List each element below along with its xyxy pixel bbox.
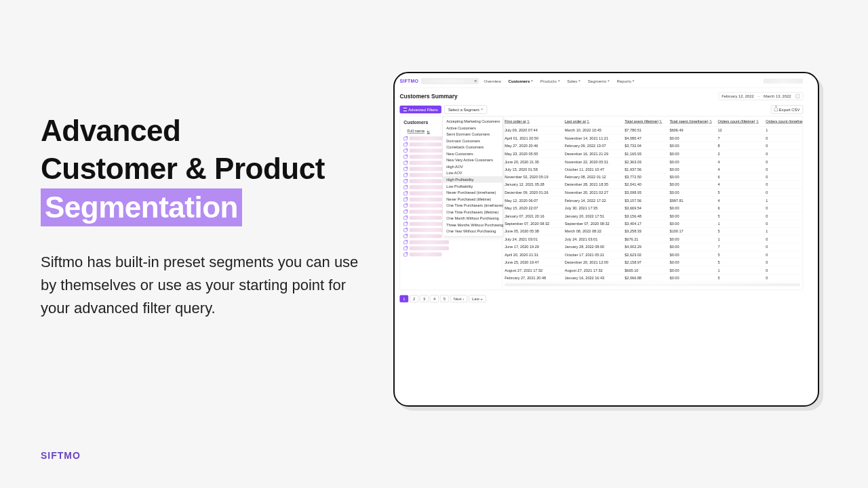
table-row[interactable]: June 17, 2020 19:29January 28, 2022 08:0… [502,243,803,250]
table-row[interactable]: June 05, 2020 05:38March 08, 2022 08:22$… [502,227,803,235]
table-row[interactable]: July 24, 2021 03:01July 24, 2021 03:01$6… [502,235,803,243]
nav-products[interactable]: Products [538,78,562,83]
table-row[interactable]: May 23, 2020 05:55December 16, 2021 21:2… [502,150,803,157]
caret-down-icon [608,81,610,82]
horizontal-scrollbar[interactable] [505,283,800,286]
table-row[interactable]: July 09, 2020 07:44March 10, 2022 10:45$… [502,127,803,134]
segment-option[interactable]: New Very Active Customers [443,157,502,163]
table-row[interactable]: April 01, 2021 20:50November 14, 2021 11… [502,134,803,142]
external-link-icon[interactable] [403,204,407,207]
table-row[interactable]: September 07, 2020 08:32September 07, 20… [502,220,803,227]
external-link-icon[interactable] [403,174,407,177]
advanced-filters-button[interactable]: Advanced Filters [399,106,441,114]
caret-down-icon [474,80,477,82]
external-link-icon[interactable] [403,198,407,201]
segment-option[interactable]: One Time Purchasers (lifetime) [443,209,502,216]
page-last[interactable]: Last » [469,295,486,302]
gear-icon[interactable] [795,94,800,98]
marketing-body: Siftmo has built-in preset segments you … [41,251,366,320]
col-total-spent-lifetime[interactable]: Total spent (lifetime)⇅ [623,117,667,127]
table-row[interactable]: August 27, 2021 17:32August 27, 2021 17:… [502,266,803,274]
col-total-spent-timeframe[interactable]: Total spent (timeframe)⇅ [667,117,715,127]
customer-name-redacted [410,240,449,244]
segment-option[interactable]: Never Purchased (timeframe) [443,189,502,196]
date-range-picker[interactable]: February 12, 2022 → March 13, 2022 [718,92,803,100]
store-switcher[interactable] [421,78,479,83]
select-segment-dropdown[interactable]: Select a Segment [444,105,487,114]
col-first-order[interactable]: First order at⇅ [502,117,563,127]
segment-option[interactable]: Three Months Without Purchasing [443,222,502,228]
external-link-icon[interactable] [403,167,407,171]
page-next[interactable]: Next › [450,295,467,302]
table-row[interactable]: December 09, 2020 01:26November 20, 2021… [502,188,803,196]
col-last-order[interactable]: Last order at⇅ [563,117,623,127]
segment-option[interactable]: Never Purchased (lifetime) [443,196,502,203]
table-row-name[interactable] [400,245,502,251]
external-link-icon[interactable] [403,149,407,152]
user-menu[interactable] [764,79,803,83]
external-link-icon[interactable] [403,216,407,220]
table-row[interactable]: January 12, 2021 05:28December 28, 2021 … [502,181,803,188]
segment-option[interactable]: New Customers [443,150,502,157]
page-2[interactable]: 2 [410,295,418,302]
segment-option[interactable]: Comeback Customers [443,144,502,150]
nav-sales[interactable]: Sales [565,78,583,83]
nav-overview[interactable]: Overview [481,78,503,83]
table-row[interactable]: May 12, 2020 06:07February 14, 2022 17:2… [502,197,803,204]
app-logo: SIFTMO [399,79,418,84]
page-1[interactable]: 1 [399,295,408,302]
external-link-icon[interactable] [403,228,407,232]
table-row[interactable]: February 27, 2021 20:48January 16, 2022 … [502,274,803,281]
segment-option[interactable]: Low AOV [443,170,502,177]
external-link-icon[interactable] [403,192,407,195]
caret-down-icon [481,108,483,110]
export-csv-button[interactable]: Export CSV [771,105,803,114]
segment-option[interactable]: One Time Purchasers (timeframe) [443,202,502,209]
pagination: 12345Next ›Last » [399,290,803,302]
external-link-icon[interactable] [403,137,407,140]
table-row[interactable]: May 27, 2020 20:46February 09, 2022 13:0… [502,142,803,150]
page-4[interactable]: 4 [430,295,439,302]
table-row[interactable]: May 15, 2020 22:07July 30, 2021 17:35$3,… [502,204,803,211]
caret-down-icon [557,81,559,82]
col-orders-timeframe[interactable]: Orders count (timeframe)⇅ [764,117,803,127]
segment-option[interactable]: Accepting Marketing Customers [443,118,502,125]
external-link-icon[interactable] [403,253,407,256]
segment-option[interactable]: Active Customers [443,125,502,131]
page-5[interactable]: 5 [440,295,449,302]
external-link-icon[interactable] [403,161,407,165]
external-link-icon[interactable] [403,155,407,159]
external-link-icon[interactable] [403,241,407,244]
nav-customers[interactable]: Customers [506,78,535,83]
nav-reports[interactable]: Reports [614,78,636,83]
external-link-icon[interactable] [403,210,407,214]
table-row-name[interactable] [400,251,502,258]
external-link-icon[interactable] [403,143,407,146]
arrow-right-icon: → [757,94,761,98]
table-row[interactable]: April 20, 2020 21:31October 17, 2021 05:… [502,251,803,258]
table-row[interactable]: January 07, 2021 20:16January 20, 2022 1… [502,212,803,220]
table-row[interactable]: November 02, 2020 05:19February 08, 2022… [502,173,803,180]
external-link-icon[interactable] [403,180,407,183]
col-orders-lifetime[interactable]: Orders count (lifetime)⇅ [715,117,764,127]
table-row[interactable]: June 25, 2020 19:47December 20, 2021 12:… [502,258,803,266]
segment-option[interactable]: One Year Without Purchasing [443,228,502,235]
external-link-icon[interactable] [403,186,407,189]
segment-option[interactable]: Low Profitability [443,183,502,190]
segment-dropdown-menu[interactable]: Accepting Marketing CustomersActive Cust… [442,117,502,237]
segment-option[interactable]: One Month Without Purchasing [443,215,502,222]
page-3[interactable]: 3 [420,295,429,302]
nav-segments[interactable]: Segments [586,78,612,83]
headline-highlight: Segmentation [41,188,242,226]
segment-option[interactable]: High AOV [443,163,502,170]
customer-name-redacted [410,179,442,183]
table-row[interactable]: June 20, 2020 21:35November 22, 2020 05:… [502,157,803,165]
external-link-icon[interactable] [403,222,407,226]
segment-option[interactable]: Semi Dormant Customers [443,131,502,138]
segment-option[interactable]: Dormant Customers [443,138,502,144]
external-link-icon[interactable] [403,235,407,238]
table-row-name[interactable] [400,239,502,245]
external-link-icon[interactable] [403,247,407,250]
segment-option[interactable]: High Profitability [443,176,502,183]
table-row[interactable]: July 15, 2020 01:58October 11, 2021 10:4… [502,165,803,173]
